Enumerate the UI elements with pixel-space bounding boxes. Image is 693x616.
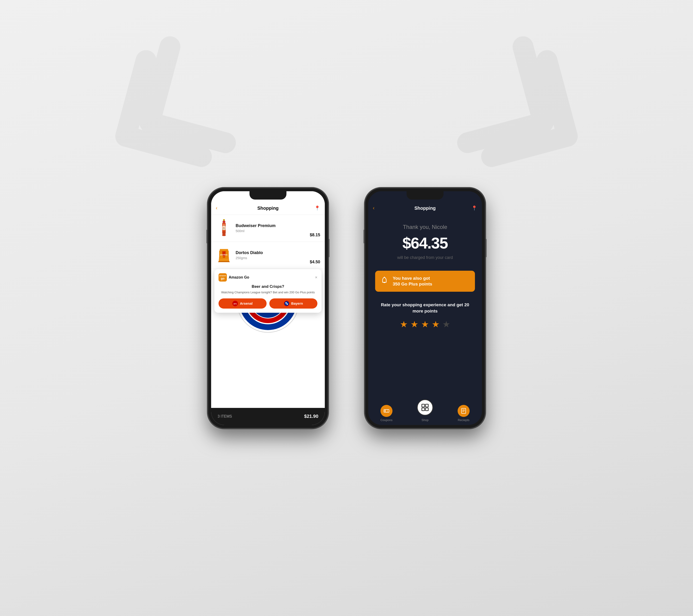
tab-receipts[interactable]: Reciepts <box>458 405 470 422</box>
product-doritos: Doritos DIABLO Dortos Diablo 250gms $4.5… <box>211 242 325 269</box>
svg-rect-37 <box>287 303 288 305</box>
phone1-notch <box>250 191 286 200</box>
phone1-screen: ‹ Shopping 📍 <box>211 191 325 425</box>
receipts-icon <box>458 405 470 417</box>
svg-text:DIABLO: DIABLO <box>221 256 226 258</box>
points-banner-text: You have also got 350 Go Plus points <box>393 275 432 287</box>
svg-rect-34 <box>285 302 287 303</box>
receipts-label: Reciepts <box>458 418 470 422</box>
bayern-button[interactable]: Bayern <box>269 298 317 309</box>
doritos-price: $4.50 <box>310 260 320 264</box>
phone1-inner: ‹ Shopping 📍 <box>211 191 325 425</box>
svg-text:BUD: BUD <box>223 227 225 228</box>
svg-rect-46 <box>425 404 428 407</box>
bayern-logo <box>284 301 290 306</box>
notif-brand-name: Amazon Go <box>229 275 249 279</box>
arsenal-label: Arsenal <box>240 301 253 305</box>
phone2-footer: Coupons Shop <box>368 402 482 425</box>
svg-rect-47 <box>422 408 424 411</box>
amazon-go-icon: amazongo <box>219 273 227 281</box>
bayern-label: Bayern <box>291 301 303 305</box>
phone2-header: ‹ Shopping 📍 <box>368 203 482 215</box>
doritos-image: Doritos DIABLO <box>216 246 232 264</box>
phone2-back-arrow[interactable]: ‹ <box>373 205 374 211</box>
notif-header: amazongo Amazon Go × <box>219 273 317 281</box>
svg-marker-15 <box>218 261 230 262</box>
svg-rect-45 <box>422 404 424 407</box>
star-1[interactable]: ★ <box>400 319 408 330</box>
phone2-content: Thank you, Nicole $64.35 will be charged… <box>368 215 482 402</box>
tab-bar: Coupons Shop <box>368 404 482 422</box>
product-budweiser-info: Budweiser Premium 500ml <box>236 223 310 233</box>
star-4[interactable]: ★ <box>432 319 440 330</box>
budweiser-image: BUD WEISER <box>216 219 232 237</box>
shop-icon <box>417 399 433 416</box>
location-icon[interactable]: 📍 <box>314 205 320 211</box>
phone2-title: Shopping <box>414 205 436 211</box>
notif-title: Beer and Crisps? <box>219 284 317 289</box>
svg-rect-44 <box>384 410 385 412</box>
star-5[interactable]: ★ <box>442 319 450 330</box>
svg-rect-8 <box>222 234 226 236</box>
star-3[interactable]: ★ <box>421 319 429 330</box>
phone1-footer: 3 ITEMS $21.90 <box>211 408 325 425</box>
phone2-inner: ‹ Shopping 📍 Thank you, Nicole $64.35 wi… <box>368 191 482 425</box>
items-count: 3 ITEMS <box>218 414 232 418</box>
notif-body: Watching Champions League tonight? Bet a… <box>219 290 317 295</box>
svg-text:WEISER: WEISER <box>222 228 225 230</box>
doritos-name: Dortos Diablo <box>236 251 310 255</box>
svg-rect-1 <box>222 221 225 223</box>
bell-icon <box>380 276 389 286</box>
notif-close-button[interactable]: × <box>315 275 317 280</box>
sponsors-area: B A Y E MÜNCHEN a <box>211 269 325 334</box>
doritos-desc: 250gms <box>236 256 310 260</box>
points-banner: You have also got 350 Go Plus points <box>375 271 475 292</box>
coupons-icon <box>380 405 393 417</box>
notif-brand: amazongo Amazon Go <box>219 273 249 281</box>
svg-rect-36 <box>285 303 287 305</box>
back-arrow-icon[interactable]: ‹ <box>216 205 217 211</box>
phone2-location-icon[interactable]: 📍 <box>472 205 477 211</box>
svg-text:AFC: AFC <box>234 303 237 305</box>
notification-popup: amazongo Amazon Go × Beer and Crisps? Wa… <box>214 269 321 313</box>
phone1-title: Shopping <box>257 205 279 211</box>
rate-title: Rate your shopping experience and get 20… <box>375 302 475 314</box>
svg-rect-0 <box>223 219 225 221</box>
svg-rect-35 <box>287 302 288 303</box>
phone2-frame: ‹ Shopping 📍 Thank you, Nicole $64.35 wi… <box>365 188 485 428</box>
phone1-content: BUD WEISER Budweiser Premium 500ml $8.15 <box>211 215 325 408</box>
star-2[interactable]: ★ <box>411 319 418 330</box>
page-wrapper: ‹ Shopping 📍 <box>208 188 485 428</box>
thank-you-text: Thank you, Nicole <box>403 224 447 230</box>
svg-rect-49 <box>461 409 466 414</box>
budweiser-desc: 500ml <box>236 229 310 233</box>
phone1-header: ‹ Shopping 📍 <box>211 203 325 215</box>
budweiser-name: Budweiser Premium <box>236 223 310 228</box>
tab-shop[interactable]: Shop <box>417 404 433 422</box>
shop-label: Shop <box>421 418 429 422</box>
product-doritos-info: Dortos Diablo 250gms <box>236 251 310 260</box>
amount-display: $64.35 <box>402 234 448 252</box>
charge-text: will be charged from your card <box>397 255 453 260</box>
phone2-screen: ‹ Shopping 📍 Thank you, Nicole $64.35 wi… <box>368 191 482 425</box>
stars-row[interactable]: ★ ★ ★ ★ ★ <box>375 319 475 330</box>
coupons-label: Coupons <box>380 418 393 422</box>
svg-rect-48 <box>425 408 428 411</box>
svg-rect-38 <box>383 282 385 283</box>
rate-section: Rate your shopping experience and get 20… <box>375 302 475 330</box>
arsenal-button[interactable]: AFC Arsenal <box>219 298 266 309</box>
svg-text:Doritos: Doritos <box>220 254 227 256</box>
arsenal-logo: AFC <box>232 301 238 306</box>
notif-buttons: AFC Arsenal <box>219 298 317 309</box>
phone2-notch <box>407 191 443 200</box>
budweiser-price: $8.15 <box>310 233 320 237</box>
footer-total: $21.90 <box>304 414 318 419</box>
phone1-frame: ‹ Shopping 📍 <box>208 188 328 428</box>
product-budweiser: BUD WEISER Budweiser Premium 500ml $8.15 <box>211 215 325 242</box>
tab-coupons[interactable]: Coupons <box>380 405 393 422</box>
